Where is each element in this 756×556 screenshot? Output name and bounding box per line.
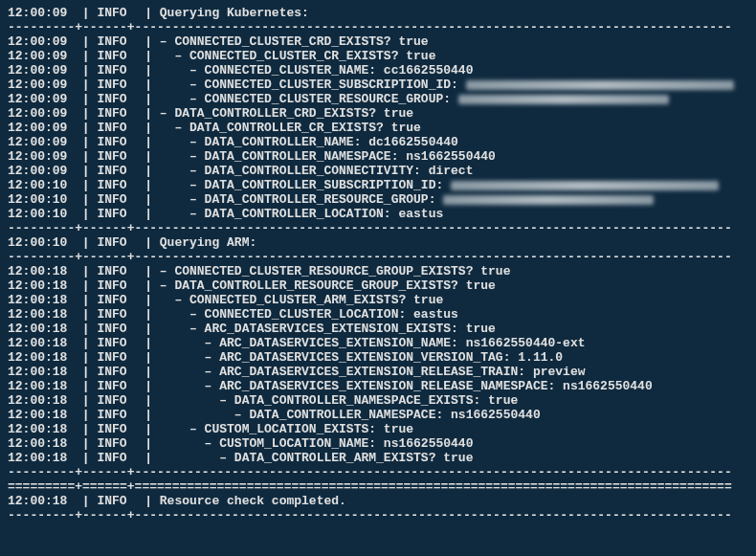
- log-line: 12:00:18 | INFO | – DATA_CONTROLLER_NAME…: [8, 393, 748, 408]
- log-timestamp: 12:00:09: [8, 34, 75, 49]
- log-separator: |: [137, 192, 159, 207]
- log-separator: |: [75, 49, 97, 63]
- log-level: INFO: [97, 235, 137, 250]
- log-separator: |: [137, 379, 159, 393]
- log-container: 12:00:09 | INFO | Querying Kubernetes:--…: [8, 6, 748, 523]
- log-level: INFO: [97, 307, 137, 322]
- log-separator: |: [137, 278, 159, 293]
- log-timestamp: 12:00:09: [8, 149, 75, 164]
- log-text: – ARC_DATASERVICES_EXTENSION_VERSION_TAG…: [160, 350, 563, 365]
- log-divider: ---------+------+-----------------------…: [8, 20, 748, 34]
- log-divider: ---------+------+-----------------------…: [8, 508, 748, 523]
- log-message: – DATA_CONTROLLER_NAME: dc1662550440: [160, 135, 748, 149]
- log-timestamp: 12:00:09: [8, 6, 75, 20]
- log-line: 12:00:18 | INFO | – CUSTOM_LOCATION_NAME…: [8, 436, 748, 451]
- log-line: 12:00:09 | INFO | – DATA_CONTROLLER_CR_E…: [8, 121, 748, 135]
- log-timestamp: 12:00:18: [8, 393, 75, 408]
- log-line: 12:00:18 | INFO | – ARC_DATASERVICES_EXT…: [8, 365, 748, 379]
- log-separator: |: [75, 365, 97, 379]
- log-separator: |: [75, 307, 97, 322]
- log-timestamp: 12:00:18: [8, 336, 75, 350]
- log-message: Querying Kubernetes:: [160, 6, 748, 20]
- log-line: 12:00:09 | INFO | – DATA_CONTROLLER_CRD_…: [8, 106, 748, 121]
- log-separator: |: [75, 393, 97, 408]
- log-level: INFO: [97, 393, 137, 408]
- log-message: – CONNECTED_CLUSTER_RESOURCE_GROUP:: [160, 92, 748, 106]
- log-level: INFO: [97, 365, 137, 379]
- log-separator: |: [75, 106, 97, 121]
- log-divider: ---------+------+-----------------------…: [8, 465, 748, 479]
- log-text: Querying ARM:: [160, 235, 256, 250]
- log-timestamp: 12:00:09: [8, 164, 75, 178]
- log-text: – DATA_CONTROLLER_CR_EXISTS? true: [160, 121, 421, 135]
- log-separator: |: [75, 336, 97, 350]
- log-message: – CUSTOM_LOCATION_EXISTS: true: [160, 422, 748, 436]
- log-output: { "log": { "divider_single": "---------+…: [0, 0, 756, 530]
- log-separator: |: [137, 121, 159, 135]
- log-separator: |: [75, 422, 97, 436]
- log-separator: |: [137, 106, 159, 121]
- log-timestamp: 12:00:09: [8, 78, 75, 92]
- log-message: – CONNECTED_CLUSTER_ARM_EXISTS? true: [160, 293, 748, 307]
- log-text: – DATA_CONTROLLER_NAMESPACE_EXISTS: true: [160, 393, 518, 408]
- log-level: INFO: [97, 135, 137, 149]
- log-text: – DATA_CONTROLLER_LOCATION: eastus: [160, 207, 443, 221]
- log-separator: |: [75, 322, 97, 336]
- log-separator: |: [75, 235, 97, 250]
- log-line: 12:00:18 | INFO | – CUSTOM_LOCATION_EXIS…: [8, 422, 748, 436]
- log-text: – DATA_CONTROLLER_ARM_EXISTS? true: [160, 451, 474, 465]
- log-line: 12:00:09 | INFO | – CONNECTED_CLUSTER_NA…: [8, 63, 748, 78]
- log-text: – CONNECTED_CLUSTER_SUBSCRIPTION_ID:: [160, 78, 466, 92]
- log-text: – ARC_DATASERVICES_EXTENSION_RELEASE_TRA…: [160, 365, 586, 379]
- log-message: – CONNECTED_CLUSTER_CR_EXISTS? true: [160, 49, 748, 63]
- log-text: – DATA_CONTROLLER_NAMESPACE: ns166255044…: [160, 149, 496, 164]
- log-separator: |: [75, 121, 97, 135]
- log-timestamp: 12:00:18: [8, 408, 75, 422]
- log-text: – CONNECTED_CLUSTER_CR_EXISTS? true: [160, 49, 436, 63]
- log-level: INFO: [97, 436, 137, 451]
- log-timestamp: 12:00:18: [8, 278, 75, 293]
- log-level: INFO: [97, 350, 137, 365]
- log-separator: |: [137, 350, 159, 365]
- log-level: INFO: [97, 278, 137, 293]
- log-text: – DATA_CONTROLLER_RESOURCE_GROUP_EXISTS?…: [160, 278, 496, 293]
- log-separator: |: [137, 494, 159, 508]
- log-divider: ---------+------+-----------------------…: [8, 221, 748, 235]
- log-message: – DATA_CONTROLLER_CR_EXISTS? true: [160, 121, 748, 135]
- log-separator: |: [75, 34, 97, 49]
- log-separator: |: [137, 408, 159, 422]
- log-timestamp: 12:00:18: [8, 422, 75, 436]
- log-separator: |: [137, 6, 159, 20]
- log-message: – CONNECTED_CLUSTER_RESOURCE_GROUP_EXIST…: [160, 264, 748, 278]
- log-timestamp: 12:00:09: [8, 92, 75, 106]
- log-line: 12:00:09 | INFO | – CONNECTED_CLUSTER_CR…: [8, 34, 748, 49]
- log-level: INFO: [97, 6, 137, 20]
- log-timestamp: 12:00:18: [8, 293, 75, 307]
- log-separator: |: [75, 192, 97, 207]
- redacted-value: [466, 80, 734, 90]
- log-message: – DATA_CONTROLLER_LOCATION: eastus: [160, 207, 748, 221]
- log-separator: |: [137, 149, 159, 164]
- log-timestamp: 12:00:10: [8, 235, 75, 250]
- log-separator: |: [137, 365, 159, 379]
- log-level: INFO: [97, 178, 137, 192]
- log-text: – ARC_DATASERVICES_EXTENSION_NAME: ns166…: [160, 336, 586, 350]
- log-message: – DATA_CONTROLLER_ARM_EXISTS? true: [160, 451, 748, 465]
- log-line: 12:00:18 | INFO | – ARC_DATASERVICES_EXT…: [8, 336, 748, 350]
- log-text: – DATA_CONTROLLER_CONNECTIVITY: direct: [160, 164, 474, 178]
- log-text: Resource check completed.: [160, 494, 346, 508]
- log-text: – CONNECTED_CLUSTER_CRD_EXISTS? true: [160, 34, 429, 49]
- log-line: 12:00:18 | INFO | – ARC_DATASERVICES_EXT…: [8, 379, 748, 393]
- log-level: INFO: [97, 121, 137, 135]
- log-message: – DATA_CONTROLLER_NAMESPACE_EXISTS: true: [160, 393, 748, 408]
- log-line: 12:00:18 | INFO | – ARC_DATASERVICES_EXT…: [8, 350, 748, 365]
- log-level: INFO: [97, 494, 137, 508]
- log-text: – ARC_DATASERVICES_EXTENSION_RELEASE_NAM…: [160, 379, 653, 393]
- log-level: INFO: [97, 164, 137, 178]
- log-separator: |: [75, 350, 97, 365]
- log-timestamp: 12:00:09: [8, 135, 75, 149]
- log-separator: |: [75, 78, 97, 92]
- log-text: – CUSTOM_LOCATION_EXISTS: true: [160, 422, 413, 436]
- log-message: – DATA_CONTROLLER_CONNECTIVITY: direct: [160, 164, 748, 178]
- log-separator: |: [137, 393, 159, 408]
